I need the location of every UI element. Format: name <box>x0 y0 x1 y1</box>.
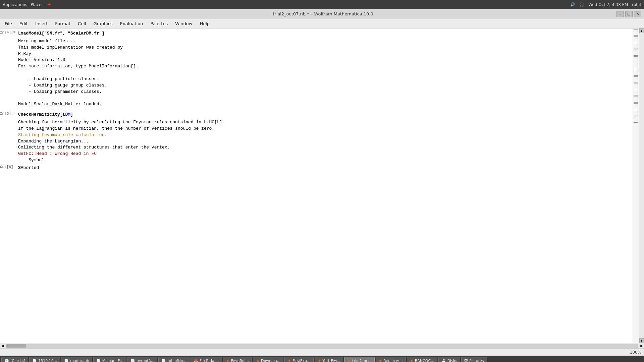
taskbar-item-label: rohit@lo... <box>167 359 186 362</box>
code-blue: LDM <box>63 112 70 117</box>
close-button[interactable]: ✕ <box>634 11 641 17</box>
bracket-mark <box>634 110 638 116</box>
taskbar-item-pictures[interactable]: 🖼Pictures <box>461 357 487 362</box>
menu-item-palettes[interactable]: Palettes <box>147 20 171 27</box>
taskbar-item-label: [Clocks] <box>10 359 25 362</box>
scroll-left-button[interactable]: ◀ <box>0 344 5 348</box>
output-line: Merging model-files... <box>18 38 631 45</box>
taskbar-item-replace:---[interactable]: ★Replace:... <box>376 357 406 362</box>
cell-label-empty1 <box>0 38 17 38</box>
menu-item-edit[interactable]: Edit <box>16 20 31 27</box>
taskbar-item-1310-19---[interactable]: 📄1310.19... <box>29 357 60 362</box>
h-scrollbar[interactable]: ◀ ▶ <box>0 343 644 348</box>
output-line <box>18 95 631 101</box>
mathematica-star-icon: ★ <box>379 359 382 362</box>
bracket-mark <box>634 29 638 36</box>
taskbar-app-icon: 🦊 <box>194 359 198 362</box>
menu-item-format[interactable]: Format <box>52 20 74 27</box>
status-bar: 100% <box>0 348 644 356</box>
bracket-mark <box>634 97 638 103</box>
v-scrollbar[interactable]: ▲ ▼ <box>639 28 644 343</box>
minimize-button[interactable]: – <box>616 11 624 17</box>
cell-content-in5[interactable]: CheckHermiticity[LDM] <box>17 111 633 119</box>
mathematica-star-icon: ★ <box>318 359 321 362</box>
cell-label-empty2 <box>0 119 17 119</box>
output-line: - Loading gauge group classes. <box>18 82 631 89</box>
right-bracket-bar <box>633 28 639 343</box>
menu-bar: FileEditInsertFormatCellGraphicsEvaluati… <box>0 19 644 28</box>
output-line: Model Scalar_Dark_Matter loaded. <box>18 101 631 108</box>
taskbar-item-pyroota---[interactable]: 📄pyrootA... <box>127 357 157 362</box>
h-scrollbar-track[interactable] <box>6 344 638 348</box>
taskbar-app-icon: 💾 <box>441 359 446 362</box>
menu-item-window[interactable]: Window <box>172 20 196 27</box>
output-line: R.Ray <box>18 51 631 57</box>
output-line <box>18 70 631 76</box>
places-menu[interactable]: Places <box>31 2 43 7</box>
taskbar-item-label: BANCOC... <box>415 359 434 362</box>
taskbar-item-feynrul---[interactable]: ★FeynRul... <box>223 357 252 362</box>
zoom-level: 100% <box>630 350 641 355</box>
output-line-orange: Starting Feynman rule calculation. <box>18 132 631 138</box>
taskbar-item-firstexa---[interactable]: ★FirstExa... <box>284 357 314 362</box>
menu-item-graphics[interactable]: Graphics <box>90 20 116 27</box>
maximize-button[interactable]: □ <box>625 11 633 17</box>
output-line: For more information, type ModelInformat… <box>18 63 631 70</box>
taskbar-item-rohit@lo---[interactable]: 📄rohit@lo... <box>158 357 189 362</box>
taskbar-item-label: Yeti_Fey... <box>323 359 340 362</box>
cell-content-output2: Checking for hermiticity by calculating … <box>17 119 633 164</box>
taskbar-app-icon: 📄 <box>161 359 166 362</box>
output-line: Collecting the different structures that… <box>18 144 631 151</box>
bracket-mark <box>634 76 638 82</box>
output-line-red: GetFC::Head : Wrong Head in FC <box>18 151 631 157</box>
cell-label-in4: In[4]:= <box>0 30 17 35</box>
cell-content-in4[interactable]: LoadModel["SM.fr", "ScalarDM.fr"] <box>17 30 633 38</box>
cell-content-out5: $Aborted <box>17 164 633 172</box>
cell-row: In[4]:= LoadModel["SM.fr", "ScalarDM.fr"… <box>0 30 633 38</box>
output-line: Model Version: 1.0 <box>18 57 631 63</box>
mathematica-star-icon: ★ <box>410 359 414 362</box>
taskbar-item-[clocks][interactable]: 🕐[Clocks] <box>1 357 28 362</box>
taskbar-item-trial2_oc---[interactable]: ★trial2_oc... <box>344 357 374 362</box>
taskbar-item-yeti_fey---[interactable]: ★Yeti_Fey... <box>315 357 343 362</box>
menu-item-file[interactable]: File <box>1 20 15 27</box>
taskbar-item-flo-rida----[interactable]: 🦊Flo Rida ... <box>191 357 222 362</box>
menu-item-cell[interactable]: Cell <box>74 20 89 27</box>
window-controls[interactable]: – □ ✕ <box>616 11 641 17</box>
output-line: If the lagrangian is hermitian, then the… <box>18 126 631 132</box>
system-user: rohit <box>632 2 641 7</box>
scroll-right-button[interactable]: ▶ <box>639 344 644 348</box>
taskbar-item-downloa---[interactable]: ★Downloa... <box>253 357 283 362</box>
taskbar-item-bancoc---[interactable]: ★BANCOC... <box>407 357 437 362</box>
notebook-content[interactable]: In[4]:= LoadModel["SM.fr", "ScalarDM.fr"… <box>0 28 633 343</box>
menu-item-insert[interactable]: Insert <box>32 20 51 27</box>
taskbar-app-icon: 🕐 <box>4 359 9 362</box>
output-line: Symbol <box>18 157 631 164</box>
cell-row-in5: In[5]:= CheckHermiticity[LDM] <box>0 111 633 119</box>
taskbar-item-label: Disks <box>447 359 457 362</box>
cell-row-output1: Merging model-files... This model implem… <box>0 38 633 108</box>
bracket-mark <box>634 56 638 62</box>
bracket-mark <box>634 90 638 96</box>
main-area: In[4]:= LoadModel["SM.fr", "ScalarDM.fr"… <box>0 28 644 343</box>
taskbar-app-icon: 📄 <box>64 359 69 362</box>
bracket-mark <box>634 70 638 76</box>
taskbar-item-michael-e---[interactable]: 📄Michael E... <box>93 357 126 362</box>
menu-item-help[interactable]: Help <box>196 20 213 27</box>
taskbar-app-icon: 🖼 <box>464 359 468 362</box>
scroll-up-button[interactable]: ▲ <box>639 28 644 33</box>
taskbar-item-madgraph[interactable]: 📄madgraph <box>61 357 92 362</box>
bracket-mark <box>634 50 638 56</box>
menu-item-evaluation[interactable]: Evaluation <box>117 20 147 27</box>
code-bracket: ] <box>70 112 73 117</box>
applications-menu[interactable]: Applications <box>3 2 27 7</box>
window-title: trial2_oct07.nb * – Wolfram Mathematica … <box>30 11 616 16</box>
output-line: - Loading particle classes. <box>18 76 631 82</box>
h-scrollbar-thumb[interactable] <box>6 344 26 348</box>
volume-icon[interactable]: 🔊 <box>570 2 575 7</box>
scroll-down-button[interactable]: ▼ <box>639 338 644 343</box>
taskbar-item-disks[interactable]: 💾Disks <box>438 357 460 362</box>
taskbar-item-label: pyrootA... <box>137 359 154 362</box>
headset-icon[interactable]: 🎧 <box>579 2 584 7</box>
taskbar-item-label: Flo Rida ... <box>200 359 219 362</box>
